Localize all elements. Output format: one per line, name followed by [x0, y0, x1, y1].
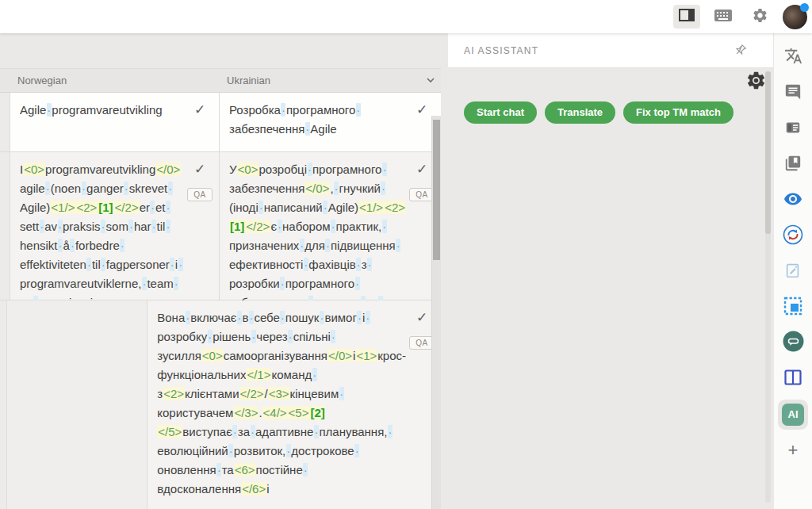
grid-body: Agile·​programvareutvikling ✓ Розробка·​…: [0, 93, 441, 509]
grid-scrollbar: [431, 116, 441, 509]
cell-text: Agile·​programvareutvikling: [20, 101, 184, 120]
crop-selection-icon: [783, 297, 802, 319]
approved-check-icon[interactable]: ✓: [416, 102, 427, 118]
table-row: Agile·​programvareutvikling ✓ Розробка·​…: [0, 93, 441, 152]
source-cell[interactable]: I<0>programvareutvikling</0>agile·​(noen…: [10, 152, 220, 300]
target-cell[interactable]: Вона·​включає·​в·​себе·​пошук·​вимог·​і·…: [147, 300, 441, 509]
fix-top-tm-match-button[interactable]: Fix top TM match: [623, 101, 733, 124]
glossary-book-icon: [784, 155, 802, 175]
plus-icon: +: [788, 440, 799, 461]
split-columns-icon: [784, 369, 802, 388]
keyboard-shortcuts-button[interactable]: [710, 5, 737, 29]
cell-text: Вона·​включає·​в·​себе·​пошук·​вимог·​і·…: [157, 308, 406, 499]
row-gutter: [0, 300, 7, 509]
assistant-settings-gear-icon[interactable]: [745, 70, 767, 94]
approved-check-icon[interactable]: ✓: [194, 102, 205, 118]
online-status-dot: [800, 3, 809, 12]
grid-scrollbar-thumb[interactable]: [433, 120, 440, 260]
qa-issues-badge[interactable]: QA: [409, 336, 434, 350]
target-cell[interactable]: Розробка·​програмного·​забезпечення·​Agi…: [220, 93, 441, 151]
grid-gutter-header: [0, 69, 10, 92]
source-column-header: Norwegian: [10, 75, 219, 86]
assistant-scrollbar-thumb[interactable]: [765, 71, 771, 234]
assistant-body: Start chat Translate Fix top TM match: [448, 68, 773, 509]
ai-assistant-icon: AI: [782, 404, 804, 426]
assistant-quick-actions: Start chat Translate Fix top TM match: [464, 101, 733, 124]
sidebar-item-split-view[interactable]: [776, 361, 811, 396]
translate-button[interactable]: Translate: [545, 101, 615, 124]
cell-text: I<0>programvareutvikling</0>agile·​(noen…: [20, 160, 184, 312]
sidebar-item-draft[interactable]: [776, 254, 811, 289]
pin-icon[interactable]: [734, 43, 748, 59]
chevron-down-icon[interactable]: [425, 75, 436, 88]
layout-toggle-button[interactable]: [673, 5, 700, 29]
row-gutter: [0, 93, 10, 151]
assistant-header: AI ASSISTANT: [448, 33, 773, 68]
user-avatar[interactable]: [783, 5, 807, 29]
approved-check-icon[interactable]: ✓: [416, 310, 427, 326]
chat-circle-icon: [783, 331, 804, 355]
assistant-title: AI ASSISTANT: [464, 45, 538, 56]
ai-assistant-panel: AI ASSISTANT Start chat Translate Fix to…: [448, 33, 773, 509]
sidebar-item-comments[interactable]: [776, 75, 811, 111]
approved-check-icon[interactable]: ✓: [416, 162, 427, 178]
row-gutter: [0, 152, 10, 300]
translate-icon: [784, 47, 802, 68]
source-cell[interactable]: Agile·​programvareutvikling ✓: [10, 93, 220, 151]
assistant-scrollbar: [765, 71, 771, 503]
settings-button[interactable]: [746, 5, 773, 29]
sidebar-item-sync[interactable]: [776, 218, 811, 254]
qa-issues-badge[interactable]: QA: [409, 188, 434, 201]
sidebar-item-chat[interactable]: [776, 325, 811, 361]
eye-icon: [783, 189, 802, 212]
gear-icon: [752, 7, 768, 27]
approved-check-icon[interactable]: ✓: [194, 162, 205, 178]
target-column-header: Ukrainian: [219, 75, 441, 86]
keyboard-icon: [714, 10, 732, 25]
sidebar-item-screenshot-crop[interactable]: [776, 289, 811, 325]
table-row: Вона·​включає·​в·​себе·​пошук·​вимог·​і·…: [0, 300, 441, 509]
qa-issues-badge[interactable]: QA: [187, 188, 212, 201]
cell-text: Розробка·​програмного·​забезпечення·​Agi…: [229, 101, 406, 139]
sidebar-item-preview[interactable]: [776, 182, 811, 218]
comments-icon: [784, 83, 802, 104]
ai-assistant-selected-bg: AI: [778, 400, 808, 430]
layout-icon: [679, 9, 695, 25]
source-cell-empty[interactable]: [7, 300, 147, 509]
sync-arrows-icon: [783, 224, 803, 248]
sidebar-item-translation-memory[interactable]: [776, 111, 811, 147]
translation-grid: Norwegian Ukrainian Agile·​programvareut…: [0, 68, 441, 509]
grid-header: Norwegian Ukrainian: [0, 68, 441, 93]
translation-memory-icon: [784, 119, 802, 140]
sidebar-item-translate[interactable]: [776, 40, 811, 75]
top-bar: [0, 0, 812, 33]
table-row: I<0>programvareutvikling</0>agile·​(noen…: [0, 152, 441, 300]
sidebar-item-ai-assistant[interactable]: AI: [776, 396, 811, 432]
draft-pencil-icon: [784, 262, 802, 282]
sidebar-item-glossary[interactable]: [776, 147, 811, 182]
start-chat-button[interactable]: Start chat: [464, 101, 537, 124]
tools-sidebar: AI +: [773, 33, 812, 509]
sidebar-item-add[interactable]: +: [776, 432, 811, 468]
target-cell[interactable]: У<0>розробці·​програмного·​забезпечення<…: [220, 152, 441, 300]
